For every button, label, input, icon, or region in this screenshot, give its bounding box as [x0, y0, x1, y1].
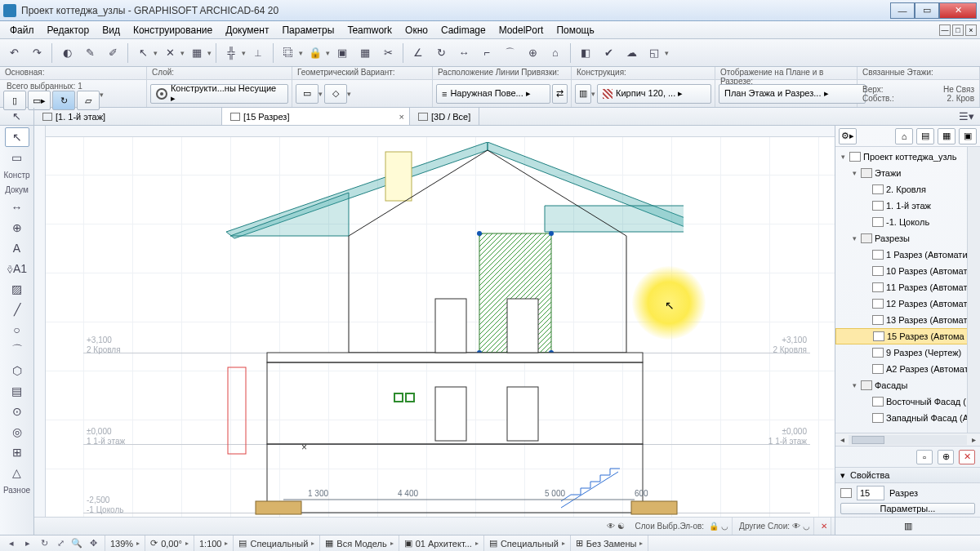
tree-item[interactable]: Восточный Фасад ( [835, 393, 980, 410]
pan-icon[interactable]: ✥ [87, 537, 100, 550]
parameters-button[interactable]: Параметры... [840, 503, 975, 514]
plan-section-dropdown[interactable]: План Этажа и Разрез... ▸ [719, 84, 866, 104]
navigator-vscroll[interactable] [967, 147, 980, 433]
quick-close-icon[interactable]: ✕ [821, 522, 827, 531]
tool-circle[interactable]: ○ [5, 320, 29, 340]
construction-dropdown[interactable]: Кирпич 120, ... ▸ [597, 84, 711, 104]
tool-arc[interactable]: ⌒ [5, 340, 29, 360]
tool-arrow[interactable]: ↖ [5, 127, 29, 147]
zoom-value[interactable]: 139% [110, 539, 133, 549]
layercombo-2[interactable]: Специальный [501, 539, 559, 549]
menu-cadimage[interactable]: Cadimage [434, 23, 492, 38]
tool-line[interactable]: ╱ [5, 300, 29, 319]
tool-detail[interactable]: ◎ [5, 422, 29, 442]
eye-open-icon[interactable]: 👁 [607, 522, 615, 531]
lock-icon[interactable]: 🔒 [709, 522, 719, 531]
navigator-tree[interactable]: ▾Проект коттеджа_узль▾Этажи2. Кровля1. 1… [835, 147, 980, 433]
tab-close-icon[interactable]: × [399, 112, 404, 122]
tree-item[interactable]: 2. Кровля [835, 181, 980, 198]
box3d-button[interactable]: ◱ [644, 42, 665, 64]
crop-button[interactable]: ✂ [377, 42, 399, 64]
menu-editor[interactable]: Редактор [41, 23, 96, 38]
nav-clone-button[interactable]: ⊕ [938, 450, 954, 464]
tree-item[interactable]: 9 Разрез (Чертеж) [835, 344, 980, 361]
undo-button[interactable]: ↶ [3, 42, 24, 64]
properties-header[interactable]: ▾ Свойства [835, 467, 980, 483]
tree-item[interactable]: -1. Цоколь [835, 214, 980, 230]
measure-coord-button[interactable]: ⊕ [522, 42, 543, 64]
nav-views-button[interactable]: ▤ [916, 128, 934, 144]
minimize-button[interactable]: — [890, 2, 915, 19]
scale-value[interactable]: 1:100 [199, 539, 222, 549]
measure-refresh-button[interactable]: ↻ [430, 42, 452, 64]
section-id-field[interactable] [857, 486, 884, 500]
measure-arc-button[interactable]: ⌒ [499, 42, 520, 64]
snap-intersection-button[interactable]: ✕ [159, 42, 180, 64]
navigator-hscroll[interactable]: ◂▸ [835, 433, 980, 446]
tree-item[interactable]: 13 Разрез (Автомат [835, 312, 980, 328]
mdi-restore-icon[interactable]: □ [952, 24, 964, 36]
eye2-icon[interactable]: 👁 [792, 522, 800, 531]
construction-type-button[interactable]: ▥ [575, 84, 591, 104]
brush-button[interactable]: ✐ [102, 42, 123, 64]
canvas[interactable]: +3,100 2 Кровля +3,100 2 Кровля ±0,000 1… [34, 126, 835, 535]
tool-marquee[interactable]: ▭ [5, 148, 29, 167]
panel-collapse-icon[interactable]: ▥ [904, 521, 912, 531]
marker-button[interactable]: ◧ [575, 42, 596, 64]
tab-section15[interactable]: [15 Разрез]× [222, 108, 410, 125]
tree-item[interactable]: Западный Фасад (А [835, 410, 980, 426]
tab-3d[interactable]: [3D / Все] [410, 108, 479, 125]
tool-fill[interactable]: ▨ [5, 279, 29, 299]
cloud-button[interactable]: ☁ [621, 42, 642, 64]
nav-settings-button[interactable]: ⚙▸ [839, 128, 857, 144]
tree-item[interactable]: A2 Разрез (Автомат [835, 361, 980, 377]
geom-poly-button[interactable]: ◇ [324, 84, 347, 104]
snapline-flip-button[interactable]: ⇄ [552, 84, 568, 104]
lock-button[interactable]: 🔒 [305, 42, 326, 64]
tool-drawing[interactable]: ▤ [5, 381, 29, 401]
nav-refresh-icon[interactable]: ↻ [38, 537, 51, 550]
model-filter[interactable]: Вся Модель [336, 539, 386, 549]
measure-linear-button[interactable]: ↔ [453, 42, 474, 64]
snap-element-button[interactable]: ▦ [186, 42, 207, 64]
bulb-icon[interactable]: ◡ [721, 522, 728, 531]
renovate[interactable]: Без Замены [586, 539, 637, 549]
grid-button[interactable]: ╬ [220, 42, 242, 64]
tree-item[interactable]: ▾Разрезы [835, 230, 980, 247]
tool-worksheet[interactable]: ⊞ [5, 442, 29, 462]
cursor-mode-button[interactable]: ↖ [132, 42, 154, 64]
tree-item[interactable]: ▾Проект коттеджа_узль [835, 149, 980, 165]
zoom-extents-icon[interactable]: ⤢ [54, 537, 67, 550]
arrow-tool[interactable]: ↖ [7, 106, 28, 127]
nav-fwd-icon[interactable]: ▸ [21, 537, 34, 550]
tool-change[interactable]: △ [5, 463, 29, 482]
penset[interactable]: 01 Архитект... [416, 539, 472, 549]
nav-back-icon[interactable]: ◂ [5, 537, 18, 550]
zoom-window-icon[interactable]: 🔍 [70, 537, 83, 550]
tool-label[interactable]: ⎀A1 [5, 259, 29, 278]
nav-new-button[interactable]: ▫ [916, 450, 933, 464]
snapline-dropdown[interactable]: ≡ Наружная Пове... ▸ [436, 84, 550, 104]
tool-level[interactable]: ⊕ [5, 218, 29, 238]
check-button[interactable]: ✔ [598, 42, 619, 64]
tree-item[interactable]: 1 Разрез (Автомати [835, 247, 980, 263]
tool-text[interactable]: A [5, 238, 29, 258]
menu-document[interactable]: Документ [219, 23, 275, 38]
tool-dimension[interactable]: ↔ [5, 198, 29, 217]
tree-item[interactable]: 15 Разрез (Автома [835, 328, 980, 344]
tab-floor1[interactable]: [1. 1-й этаж] [34, 108, 222, 125]
nav-project-button[interactable]: ⌂ [895, 128, 913, 144]
layercombo-1[interactable]: Специальный [250, 539, 308, 549]
layer-dropdown[interactable]: Конструкти...ны Несущие ▸ [150, 84, 288, 104]
menu-window[interactable]: Окно [399, 23, 434, 38]
tree-item[interactable]: 10 Разрез (Автомат [835, 263, 980, 279]
tool-spot[interactable]: ⊙ [5, 402, 29, 421]
trace-button[interactable]: ▦ [354, 42, 376, 64]
ruler-button[interactable]: ⟂ [247, 42, 269, 64]
tree-item[interactable]: 12 Разрез (Автомат [835, 295, 980, 312]
measure-corner-button[interactable]: ⌐ [476, 42, 497, 64]
mdi-minimize-icon[interactable]: — [939, 24, 951, 36]
menu-modelport[interactable]: ModelPort [492, 23, 550, 38]
close-button[interactable]: ✕ [939, 2, 977, 19]
geom-rect-button[interactable]: ▭ [296, 84, 318, 104]
